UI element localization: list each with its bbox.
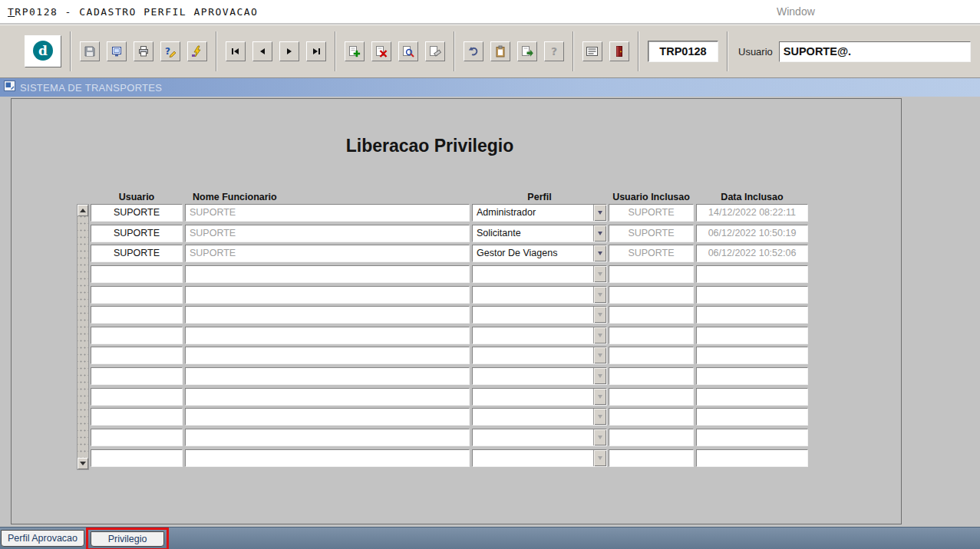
perfil-combobox[interactable]: Gestor De Viagens (472, 245, 607, 262)
combo-dropdown-button[interactable] (593, 307, 606, 323)
menu-item-window[interactable]: Window (777, 5, 815, 18)
execute-button[interactable] (187, 41, 207, 61)
clear-record-button[interactable] (425, 41, 445, 61)
first-record-button[interactable] (226, 41, 246, 61)
perfil-combobox[interactable]: Solicitante (472, 225, 607, 242)
perfil-combobox[interactable] (472, 367, 607, 385)
print-button[interactable] (134, 41, 153, 61)
next-record-button[interactable] (279, 41, 299, 61)
program-code-field[interactable]: TRP0128 (648, 41, 718, 62)
usuario-field[interactable] (91, 388, 183, 406)
scroll-down-button[interactable] (78, 458, 88, 469)
query-record-button[interactable] (398, 41, 418, 61)
usuario-inclusao-field (609, 306, 694, 324)
display-button[interactable] (107, 41, 127, 61)
usuario-field[interactable]: SUPORTE (91, 204, 183, 222)
combo-dropdown-button[interactable] (593, 429, 606, 445)
toolbar-separator (216, 31, 217, 71)
main-panel: Liberacao Privilegio Usuario Nome Funcio… (11, 98, 902, 524)
combo-dropdown-button[interactable] (593, 409, 606, 425)
table-row: SUPORTE SUPORTE Gestor De Viagens SUPORT… (91, 245, 808, 262)
scrollbar-track[interactable] (78, 216, 88, 458)
usuario-field[interactable] (91, 347, 183, 364)
clipboard-icon (494, 45, 506, 58)
chevron-down-icon (598, 353, 602, 357)
chevron-down-icon (598, 251, 602, 255)
perfil-combobox[interactable] (472, 429, 607, 446)
usuario-inclusao-field (609, 367, 694, 385)
last-record-button[interactable] (306, 41, 326, 61)
window-caption: TRP0128 - CADASTRO PERFIL APROVACAO (8, 6, 258, 18)
perfil-combobox[interactable]: Administrador (472, 204, 607, 222)
display-icon (111, 45, 123, 58)
combo-dropdown-button[interactable] (593, 347, 606, 363)
usuario-input[interactable]: SUPORTE@. (779, 41, 971, 62)
usuario-field[interactable] (91, 306, 183, 324)
toolbar: d ? ? TRP0128 Usuario SUPORT (0, 25, 980, 78)
combo-dropdown-button[interactable] (593, 245, 606, 261)
perfil-combobox[interactable] (472, 449, 607, 467)
combo-dropdown-button[interactable] (593, 368, 606, 384)
usuario-field[interactable] (91, 367, 183, 385)
chevron-down-icon (598, 272, 602, 276)
help-button[interactable]: ? (544, 41, 564, 61)
add-record-button[interactable] (345, 41, 365, 61)
perfil-combobox[interactable] (472, 306, 607, 324)
usuario-field[interactable] (91, 408, 183, 426)
perfil-value (473, 287, 593, 303)
perfil-combobox[interactable] (472, 388, 607, 406)
usuario-field[interactable] (91, 286, 183, 304)
perfil-combobox[interactable] (472, 347, 607, 364)
combo-dropdown-button[interactable] (593, 287, 606, 303)
usuario-field[interactable] (91, 449, 183, 467)
combo-dropdown-button[interactable] (593, 389, 606, 405)
perfil-value (473, 266, 593, 282)
table-row (91, 449, 808, 467)
delete-record-button[interactable] (371, 41, 391, 61)
table-row: SUPORTE SUPORTE Solicitante SUPORTE 06/1… (91, 225, 808, 242)
usuario-inclusao-field (609, 388, 694, 406)
transfer-button[interactable] (517, 41, 537, 61)
data-inclusao-field (696, 347, 808, 364)
menu-button[interactable] (582, 41, 602, 61)
record-scrollbar[interactable] (77, 204, 89, 470)
column-header-data-inclusao: Data Inclusao (696, 192, 808, 202)
undo-icon (467, 45, 480, 58)
nome-funcionario-field (185, 347, 470, 364)
usuario-field[interactable]: SUPORTE (91, 245, 183, 262)
usuario-field[interactable] (91, 265, 183, 283)
combo-dropdown-button[interactable] (593, 266, 606, 282)
combo-dropdown-button[interactable] (593, 225, 606, 242)
combo-dropdown-button[interactable] (593, 327, 606, 344)
app-logo-button[interactable]: d (25, 35, 61, 67)
exit-button[interactable] (609, 41, 629, 61)
perfil-combobox[interactable] (472, 265, 607, 283)
scroll-up-button[interactable] (78, 205, 88, 216)
perfil-value (473, 450, 593, 466)
svg-text:?: ? (551, 45, 557, 58)
perfil-combobox[interactable] (472, 286, 607, 304)
chevron-down-icon (598, 456, 602, 460)
previous-record-button[interactable] (252, 41, 272, 61)
usuario-field[interactable] (91, 327, 183, 344)
perfil-combobox[interactable] (472, 327, 607, 344)
usuario-field[interactable]: SUPORTE (91, 225, 183, 242)
tab-privilegio[interactable]: Privilegio (91, 531, 164, 547)
perfil-combobox[interactable] (472, 408, 607, 426)
last-record-icon (311, 46, 322, 57)
save-button[interactable] (80, 41, 100, 61)
nome-funcionario-field (185, 449, 470, 467)
data-inclusao-field (696, 388, 808, 406)
usuario-field[interactable] (91, 429, 183, 446)
clipboard-button[interactable] (490, 41, 510, 61)
tab-perfil-aprovacao[interactable]: Perfil Aprovacao (1, 530, 84, 547)
combo-dropdown-button[interactable] (593, 450, 606, 466)
toolbar-separator (70, 31, 71, 71)
nome-funcionario-field (185, 408, 470, 426)
perfil-value: Solicitante (473, 225, 593, 242)
query-help-button[interactable]: ? (160, 41, 180, 61)
table-row (91, 367, 808, 385)
combo-dropdown-button[interactable] (593, 205, 606, 221)
undo-button[interactable] (464, 41, 483, 61)
chevron-down-icon (598, 293, 602, 297)
